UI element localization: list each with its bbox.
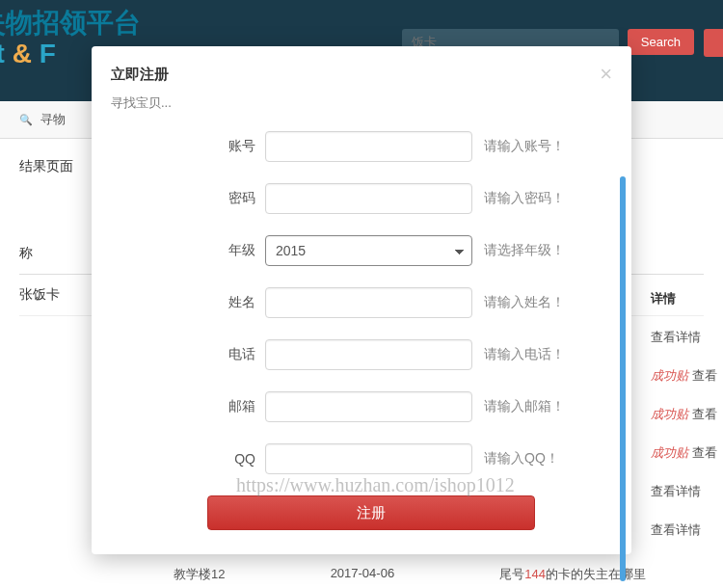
hint-password: 请输入密码！ (484, 190, 565, 207)
label-phone: 电话 (207, 346, 265, 363)
grade-select[interactable]: 2015 (265, 235, 472, 266)
modal-overlay: 立即注册 × 寻找宝贝... 账号 请输入账号！ 密码 请输入密码！ 年级 20… (0, 0, 723, 588)
qq-input[interactable] (265, 443, 472, 474)
modal-subtitle: 寻找宝贝... (92, 94, 631, 131)
row-qq: QQ 请输入QQ！ (111, 443, 612, 474)
row-email: 邮箱 请输入邮箱！ (111, 391, 612, 422)
label-password: 密码 (207, 190, 265, 207)
label-qq: QQ (207, 451, 265, 467)
label-account: 账号 (207, 138, 265, 155)
register-modal: 立即注册 × 寻找宝贝... 账号 请输入账号！ 密码 请输入密码！ 年级 20… (92, 46, 631, 554)
row-phone: 电话 请输入电话！ (111, 339, 612, 370)
label-grade: 年级 (207, 242, 265, 259)
email-input[interactable] (265, 391, 472, 422)
row-password: 密码 请输入密码！ (111, 183, 612, 214)
hint-account: 请输入账号！ (484, 138, 565, 155)
hint-email: 请输入邮箱！ (484, 398, 565, 415)
name-input[interactable] (265, 287, 472, 318)
hint-grade: 请选择年级！ (484, 242, 565, 259)
modal-body: 账号 请输入账号！ 密码 请输入密码！ 年级 2015 请选择年级！ 姓名 请输… (92, 131, 631, 554)
label-email: 邮箱 (207, 398, 265, 415)
register-button[interactable]: 注册 (207, 495, 535, 530)
row-grade: 年级 2015 请选择年级！ (111, 235, 612, 266)
row-name: 姓名 请输入姓名！ (111, 287, 612, 318)
label-name: 姓名 (207, 294, 265, 311)
submit-row: 注册 (111, 495, 612, 530)
hint-phone: 请输入电话！ (484, 346, 565, 363)
close-icon[interactable]: × (600, 62, 612, 87)
modal-header: 立即注册 × (92, 46, 631, 94)
modal-title: 立即注册 (111, 66, 169, 84)
phone-input[interactable] (265, 339, 472, 370)
password-input[interactable] (265, 183, 472, 214)
hint-name: 请输入姓名！ (484, 294, 565, 311)
row-account: 账号 请输入账号！ (111, 131, 612, 162)
account-input[interactable] (265, 131, 472, 162)
hint-qq: 请输入QQ！ (484, 450, 559, 468)
